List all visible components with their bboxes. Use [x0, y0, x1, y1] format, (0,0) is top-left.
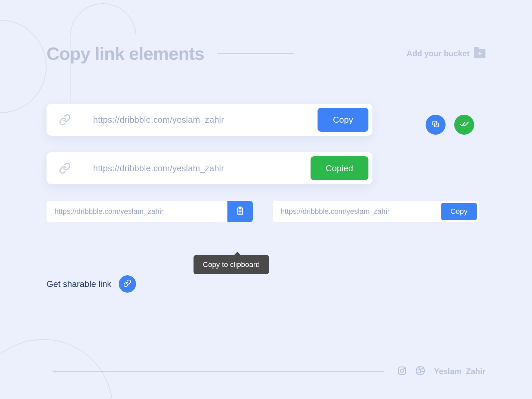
link-icon: [123, 279, 131, 289]
link-row-copy: https://dribbble.com/yeslam_zahir Copy: [47, 104, 372, 136]
footer-icon-divider: [411, 367, 411, 376]
sharable-label: Get sharable link: [47, 279, 111, 289]
compact-url-text: https://dribbble.com/yeslam_zahir: [47, 207, 227, 216]
svg-point-9: [404, 368, 405, 369]
copy-circle-button[interactable]: [426, 115, 446, 135]
copied-circle-button[interactable]: [454, 115, 474, 135]
compact-url-text: https://dribbble.com/yeslam_zahir: [273, 207, 439, 216]
tooltip: Copy to clipboard: [194, 255, 269, 274]
folder-plus-icon: +: [474, 49, 485, 58]
clipboard-icon: [235, 206, 245, 217]
copy-button[interactable]: Copy: [318, 108, 368, 132]
instagram-icon[interactable]: [397, 366, 407, 377]
link-url-text: https://dribbble.com/yeslam_zahir: [83, 115, 314, 125]
add-bucket-label: Add your bucket: [407, 49, 469, 58]
link-url-text: https://dribbble.com/yeslam_zahir: [83, 163, 307, 174]
dribbble-icon[interactable]: [415, 366, 425, 377]
sharable-link-button[interactable]: [119, 275, 136, 293]
svg-point-8: [400, 369, 404, 372]
sharable-row: Get sharable link: [47, 275, 485, 293]
compact-copy-button[interactable]: Copy: [441, 203, 477, 220]
page-title: Copy link elements: [47, 43, 204, 64]
link-icon: [59, 162, 71, 174]
compact-link-row-icon: https://dribbble.com/yeslam_zahir: [47, 201, 253, 222]
title-divider: [217, 53, 294, 54]
copied-button[interactable]: Copied: [311, 156, 368, 180]
clipboard-button[interactable]: [227, 201, 253, 222]
footer-divider: [53, 371, 384, 372]
compact-link-row-text: https://dribbble.com/yeslam_zahir Copy: [273, 201, 479, 222]
footer: Yeslam_Zahir: [53, 366, 485, 377]
copy-icon: [431, 120, 440, 130]
footer-author: Yeslam_Zahir: [434, 367, 485, 376]
link-icon: [59, 114, 71, 126]
tooltip-text: Copy to clipboard: [203, 260, 260, 269]
double-check-icon: [459, 121, 469, 129]
link-row-copied: https://dribbble.com/yeslam_zahir Copied: [47, 152, 372, 184]
add-bucket-button[interactable]: Add your bucket +: [407, 49, 485, 58]
header: Copy link elements Add your bucket +: [47, 43, 485, 64]
